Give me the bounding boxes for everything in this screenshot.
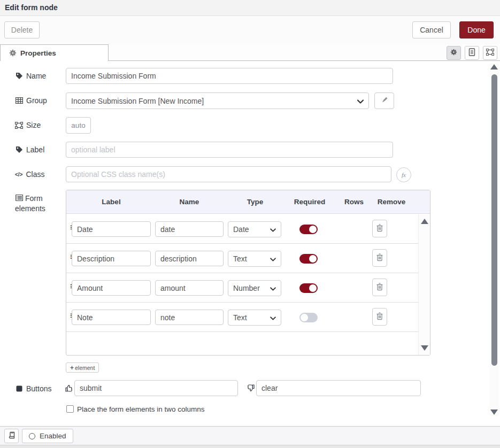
remove-element-button[interactable] (372, 249, 387, 267)
gear-icon (9, 49, 17, 57)
element-label-input[interactable] (72, 280, 151, 296)
size-field-label: Size (15, 121, 41, 129)
code-icon: </> (15, 172, 22, 177)
required-toggle[interactable] (299, 313, 318, 322)
submit-button-text-input[interactable] (74, 380, 238, 396)
element-name-input[interactable] (155, 280, 224, 296)
description-view-button[interactable] (465, 46, 479, 60)
cancel-button[interactable]: Cancel (412, 21, 451, 38)
class-field-label: </> Class (15, 170, 44, 179)
toggle-knob (309, 284, 317, 292)
element-label-input[interactable] (72, 221, 151, 237)
element-type-select[interactable]: Text (228, 251, 281, 267)
trash-icon (376, 282, 383, 292)
enabled-label: Enabled (40, 432, 66, 440)
element-label-input[interactable] (72, 310, 151, 325)
trash-icon (376, 223, 383, 234)
tab-bar: Properties (0, 44, 500, 61)
thumbs-down-icon (247, 384, 255, 392)
table-icon (15, 97, 23, 104)
scroll-up-arrow-icon[interactable] (421, 219, 428, 224)
done-button[interactable]: Done (459, 21, 494, 38)
object-group-icon (15, 122, 23, 129)
book-icon (8, 431, 16, 441)
required-toggle[interactable] (299, 254, 318, 264)
clear-button-text-input[interactable] (256, 380, 421, 396)
element-name-input[interactable] (155, 221, 224, 237)
gear-icon (450, 49, 457, 57)
column-header-label: Label (102, 198, 120, 206)
group-field-label: Group (15, 96, 47, 105)
properties-panel: Name Group Income Submission Form [New I… (0, 61, 500, 426)
group-select[interactable]: Income Submission Form [New Income] (66, 92, 369, 109)
pencil-icon (381, 96, 388, 105)
size-auto-button[interactable]: auto (66, 117, 91, 134)
tag-icon (15, 146, 23, 153)
two-columns-checkbox[interactable] (66, 405, 74, 413)
dialog-footer: Enabled (0, 426, 500, 445)
two-columns-label: Place the form elements in two columns (77, 405, 205, 413)
chevron-down-icon (270, 284, 276, 292)
plus-icon: + (70, 364, 74, 372)
column-header-rows: Rows (344, 198, 364, 206)
edit-group-button[interactable] (374, 92, 394, 109)
delete-button[interactable]: Delete (4, 21, 40, 38)
properties-view-button[interactable] (447, 46, 461, 60)
remove-element-button[interactable] (372, 220, 387, 237)
appearance-view-button[interactable] (483, 46, 497, 60)
chevron-down-icon (357, 97, 364, 105)
element-type-select[interactable]: Number (228, 280, 281, 296)
thumbs-up-icon (65, 384, 73, 392)
scroll-down-arrow-icon[interactable] (490, 410, 498, 415)
required-toggle[interactable] (299, 283, 318, 293)
toggle-knob (309, 255, 317, 262)
form-element-row: ≡ Date (66, 214, 419, 244)
form-element-row: ≡ Number (66, 273, 419, 303)
file-icon (468, 48, 475, 58)
form-element-row: ≡ Text (66, 303, 419, 332)
tab-properties-label: Properties (20, 49, 56, 57)
scrollbar-thumb[interactable] (491, 74, 497, 366)
column-header-required: Required (294, 198, 326, 206)
tab-properties[interactable]: Properties (0, 44, 109, 61)
label-input[interactable] (66, 142, 393, 158)
remove-element-button[interactable] (372, 308, 387, 326)
enabled-toggle-button[interactable]: Enabled (22, 429, 73, 443)
class-input[interactable] (66, 166, 391, 182)
form-elements-table: Label Name Type Required Rows Remove ≡ D… (66, 190, 430, 356)
chevron-down-icon (270, 225, 276, 234)
form-elements-table-header: Label Name Type Required Rows Remove (66, 190, 430, 214)
status-circle-icon (29, 433, 35, 439)
buttons-field-label: Buttons (15, 384, 51, 393)
form-elements-rows: ≡ Date ≡ Text (66, 214, 419, 355)
scroll-down-arrow-icon[interactable] (421, 345, 428, 351)
element-name-input[interactable] (155, 251, 224, 266)
chevron-down-icon (270, 313, 276, 322)
element-label-input[interactable] (72, 251, 151, 266)
element-type-select[interactable]: Date (228, 221, 281, 237)
form-element-row: ≡ Text (66, 244, 419, 273)
docs-button[interactable] (4, 429, 19, 443)
main-scrollbar[interactable] (490, 63, 499, 416)
toggle-knob (309, 226, 317, 233)
column-header-name: Name (180, 198, 199, 206)
form-elements-label: Form elements (15, 194, 45, 214)
remove-element-button[interactable] (372, 279, 387, 296)
list-icon (15, 195, 23, 201)
scroll-up-arrow-icon[interactable] (490, 64, 498, 69)
workspace-edge (0, 445, 500, 448)
table-scrollbar[interactable] (418, 214, 430, 355)
add-element-button[interactable]: + element (66, 362, 99, 373)
object-group-icon (486, 49, 494, 57)
tag-icon (15, 72, 23, 80)
dialog-toolbar: Delete Cancel Done (0, 16, 500, 44)
element-type-select[interactable]: Text (228, 310, 281, 326)
required-toggle[interactable] (299, 225, 318, 234)
dialog-title: Edit form node (0, 0, 500, 16)
element-name-input[interactable] (155, 310, 224, 325)
column-header-remove: Remove (378, 198, 406, 206)
name-input[interactable] (66, 68, 393, 84)
fx-icon[interactable]: fx (396, 167, 411, 182)
chevron-down-icon (270, 254, 276, 263)
trash-icon (376, 312, 383, 322)
